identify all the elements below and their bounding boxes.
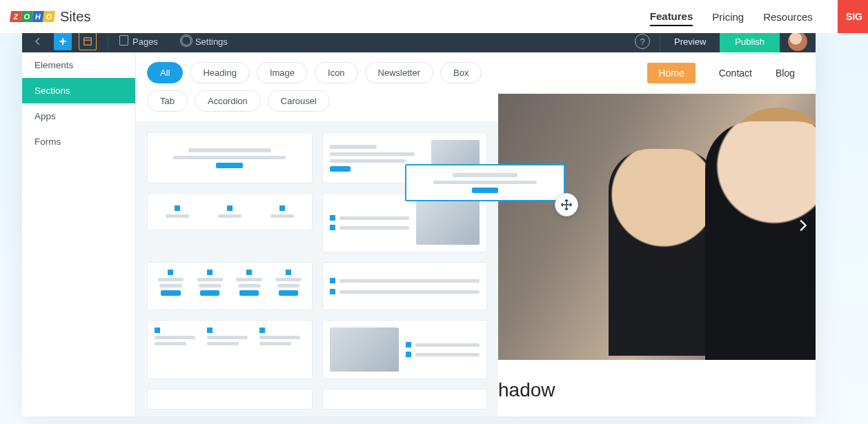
sidebar-item-elements[interactable]: Elements — [22, 52, 135, 78]
brand-logo[interactable]: ZOHO Sites — [10, 9, 90, 25]
editor-toolbar: + Pages Settings ? Preview Publish — [22, 30, 816, 52]
chip-tab[interactable]: Tab — [147, 90, 188, 112]
sidebar-item-apps[interactable]: Apps — [22, 103, 135, 129]
brand-name: Sites — [60, 9, 90, 25]
move-icon[interactable] — [555, 193, 578, 216]
site-canvas[interactable]: Home Contact Blog hadow — [498, 52, 816, 416]
help-button[interactable]: ? — [635, 34, 650, 49]
chip-accordion[interactable]: Accordion — [195, 90, 261, 112]
section-filter-chips: All Heading Image Icon Newsletter Box Ta… — [136, 52, 498, 121]
site-nav: Home Contact Blog — [498, 52, 816, 94]
section-template[interactable] — [147, 193, 313, 230]
add-button[interactable]: + — [54, 32, 72, 50]
publish-button[interactable]: Publish — [720, 30, 780, 52]
signin-button[interactable]: SIG — [838, 0, 868, 33]
sitenav-blog[interactable]: Blog — [776, 68, 795, 79]
page-icon — [119, 35, 128, 48]
sidebar-item-forms[interactable]: Forms — [22, 129, 135, 154]
back-button[interactable] — [29, 32, 47, 50]
sitenav-contact[interactable]: Contact — [719, 68, 752, 79]
section-template[interactable] — [147, 320, 313, 379]
chip-all[interactable]: All — [147, 62, 183, 83]
editor-sidebar: Elements Sections Apps Forms — [22, 52, 136, 416]
hero-image — [498, 94, 816, 360]
section-template[interactable] — [322, 193, 488, 252]
settings-label: Settings — [195, 37, 228, 47]
dragged-section-preview[interactable] — [405, 164, 565, 201]
section-template[interactable] — [147, 262, 313, 310]
chip-carousel[interactable]: Carousel — [268, 90, 330, 112]
sections-panel: All Heading Image Icon Newsletter Box Ta… — [136, 52, 498, 416]
svg-rect-0 — [84, 38, 92, 46]
pages-label: Pages — [132, 37, 158, 47]
section-template[interactable] — [147, 132, 313, 183]
site-editor: + Pages Settings ? Preview Publish Eleme — [22, 30, 816, 416]
sitenav-home[interactable]: Home — [647, 63, 695, 83]
nav-resources[interactable]: Resources — [763, 8, 813, 26]
nav-pricing[interactable]: Pricing — [712, 8, 744, 26]
marketing-topbar: ZOHO Sites Features Pricing Resources SI… — [0, 0, 868, 33]
chip-icon[interactable]: Icon — [315, 62, 358, 83]
section-template[interactable] — [147, 389, 313, 410]
topnav: Features Pricing Resources SIG — [650, 0, 868, 33]
canvas-heading: hadow — [498, 360, 816, 401]
preview-button[interactable]: Preview — [660, 30, 720, 52]
pages-menu[interactable]: Pages — [119, 35, 158, 48]
chip-heading[interactable]: Heading — [190, 62, 249, 83]
section-template[interactable] — [322, 389, 488, 410]
gear-icon — [181, 36, 191, 48]
section-template[interactable] — [322, 320, 488, 379]
nav-features[interactable]: Features — [650, 8, 693, 26]
chip-image[interactable]: Image — [257, 62, 308, 83]
sidebar-item-sections[interactable]: Sections — [22, 78, 135, 103]
user-avatar[interactable] — [788, 32, 807, 51]
chip-box[interactable]: Box — [440, 62, 482, 83]
zoho-logo-icon: ZOHO — [10, 11, 55, 22]
chip-newsletter[interactable]: Newsletter — [365, 62, 433, 83]
settings-menu[interactable]: Settings — [181, 36, 228, 48]
section-template[interactable] — [322, 262, 488, 310]
carousel-next-icon[interactable] — [795, 216, 810, 238]
layout-button[interactable] — [79, 32, 97, 50]
